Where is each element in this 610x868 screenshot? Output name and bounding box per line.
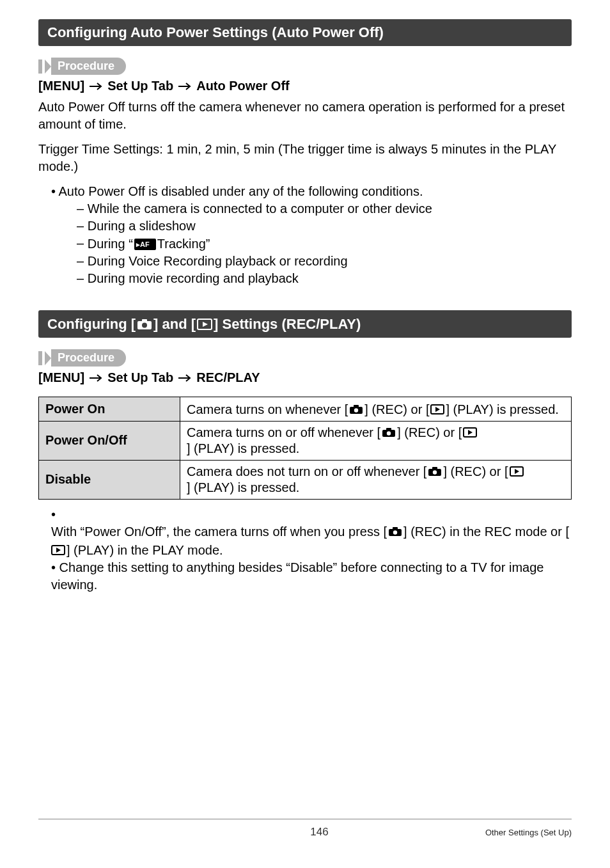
svg-marker-30 — [56, 548, 61, 553]
procedure-bullet-icon — [38, 59, 42, 74]
svg-rect-22 — [432, 467, 437, 470]
svg-point-13 — [354, 408, 358, 412]
paragraph: Auto Power Off turns off the camera when… — [38, 99, 572, 133]
svg-point-23 — [433, 470, 437, 474]
camera-icon — [382, 427, 396, 438]
menu-part: Auto Power Off — [196, 79, 290, 93]
procedure-label-row: Procedure — [38, 349, 572, 367]
cell-text: Camera turns on or off whenever [ — [187, 425, 380, 440]
footer-section-name: Other Settings (Set Up) — [485, 828, 572, 837]
camera-icon — [428, 466, 442, 477]
svg-point-28 — [393, 530, 397, 534]
cell-text: ] (REC) or [ — [443, 464, 508, 479]
paragraph: Trigger Time Settings: 1 min, 2 min, 5 m… — [38, 141, 572, 175]
list-item-text: Tracking” — [157, 235, 210, 253]
list-item: Auto Power Off is disabled under any of … — [51, 183, 572, 287]
page-footer: 146 Other Settings (Set Up) — [38, 819, 572, 854]
list-item: During “ ▸AF Tracking” — [77, 235, 572, 253]
note-text: ] (PLAY) in the PLAY mode. — [66, 542, 223, 559]
procedure-chevron-icon — [45, 59, 51, 74]
svg-marker-8 — [203, 322, 208, 327]
arrow-right-icon — [88, 83, 104, 90]
procedure-label: Procedure — [51, 349, 126, 367]
play-icon — [197, 319, 212, 330]
svg-point-18 — [387, 431, 391, 435]
list-item: Change this setting to anything besides … — [51, 559, 572, 594]
list-item: During movie recording and playback — [77, 270, 572, 287]
cell-text: ] (PLAY) is pressed. — [446, 402, 558, 417]
section-heading-rec-play: Configuring [ ] and [ ] Settings (REC/PL… — [38, 310, 572, 338]
svg-rect-27 — [393, 527, 398, 530]
menu-part: [MENU] — [38, 370, 84, 385]
rec-play-table: Power On Camera turns on whenever [ ] (R… — [38, 397, 572, 499]
table-row: Power On Camera turns on whenever [ ] (R… — [39, 397, 572, 421]
list-item: During a slideshow — [77, 217, 572, 235]
list-item: With “Power On/Off”, the camera turns of… — [51, 506, 572, 559]
heading-text: Configuring [ — [47, 316, 136, 333]
svg-marker-15 — [435, 407, 440, 412]
play-icon — [51, 545, 65, 555]
af-tracking-icon: ▸AF — [134, 239, 156, 250]
menu-part: [MENU] — [38, 79, 84, 93]
row-desc: Camera turns on whenever [ ] (REC) or [ … — [180, 397, 572, 421]
cell-text: ] (PLAY) is pressed. — [187, 441, 299, 456]
cell-text: ] (REC) or [ — [397, 425, 462, 440]
cell-text: ] (PLAY) is pressed. — [187, 480, 299, 495]
svg-rect-17 — [386, 428, 391, 430]
camera-icon — [137, 319, 152, 330]
camera-icon — [349, 404, 363, 414]
svg-rect-5 — [142, 319, 147, 322]
row-label: Disable — [39, 460, 180, 499]
row-label: Power On/Off — [39, 421, 180, 460]
camera-icon — [388, 526, 402, 537]
section-heading-auto-power-off: Configuring Auto Power Settings (Auto Po… — [38, 19, 572, 46]
list-item: During Voice Recording playback or recor… — [77, 253, 572, 270]
arrow-right-icon — [177, 83, 192, 90]
svg-marker-25 — [515, 469, 519, 474]
page-number: 146 — [153, 826, 485, 839]
menu-part: REC/PLAY — [196, 370, 260, 385]
list-item-text: Auto Power Off is disabled under any of … — [58, 184, 423, 198]
row-desc: Camera does not turn on or off whenever … — [180, 460, 572, 499]
row-label: Power On — [39, 397, 180, 421]
play-icon — [463, 427, 477, 438]
play-icon — [510, 466, 524, 477]
procedure-bullet-icon — [38, 351, 42, 365]
procedure-chevron-icon — [45, 351, 51, 365]
play-icon — [430, 404, 444, 414]
menu-path-rec-play: [MENU] Set Up Tab REC/PLAY — [38, 370, 572, 385]
svg-marker-20 — [468, 430, 473, 435]
note-text: ] (REC) in the REC mode or [ — [403, 523, 569, 541]
cell-text: Camera turns on whenever [ — [187, 402, 348, 417]
svg-text:▸AF: ▸AF — [136, 241, 150, 248]
dash-list: While the camera is connected to a compu… — [64, 200, 572, 287]
table-row: Disable Camera does not turn on or off w… — [39, 460, 572, 499]
list-item-text: During “ — [88, 235, 133, 253]
list-item: While the camera is connected to a compu… — [77, 200, 572, 217]
procedure-label-row: Procedure — [38, 58, 572, 75]
heading-text: ] and [ — [153, 316, 196, 333]
arrow-right-icon — [177, 374, 192, 382]
menu-part: Set Up Tab — [107, 370, 173, 385]
menu-part: Set Up Tab — [107, 79, 173, 93]
note-text: With “Power On/Off”, the camera turns of… — [51, 523, 387, 541]
procedure-label: Procedure — [51, 58, 126, 75]
svg-point-6 — [142, 323, 147, 328]
row-desc: Camera turns on or off whenever [ ] (REC… — [180, 421, 572, 460]
svg-rect-12 — [354, 405, 359, 407]
table-row: Power On/Off Camera turns on or off when… — [39, 421, 572, 460]
notes-list: With “Power On/Off”, the camera turns of… — [38, 506, 572, 594]
bullet-list: Auto Power Off is disabled under any of … — [38, 183, 572, 287]
cell-text: Camera does not turn on or off whenever … — [187, 464, 426, 479]
arrow-right-icon — [88, 374, 104, 382]
menu-path-auto-power-off: [MENU] Set Up Tab Auto Power Off — [38, 79, 572, 93]
cell-text: ] (REC) or [ — [364, 402, 429, 417]
heading-text: ] Settings (REC/PLAY) — [214, 316, 361, 333]
